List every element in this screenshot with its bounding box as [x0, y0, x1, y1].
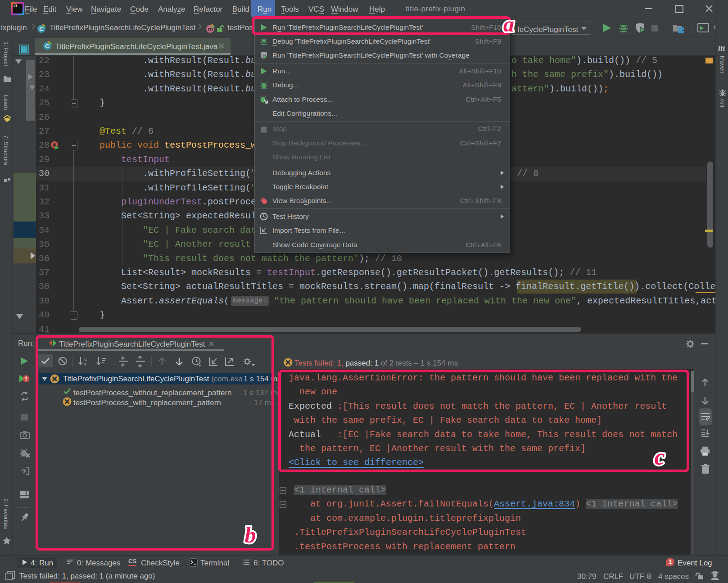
svg-text:c: c	[654, 444, 665, 470]
svg-text:a: a	[503, 12, 514, 36]
svg-text:b: b	[245, 522, 256, 547]
